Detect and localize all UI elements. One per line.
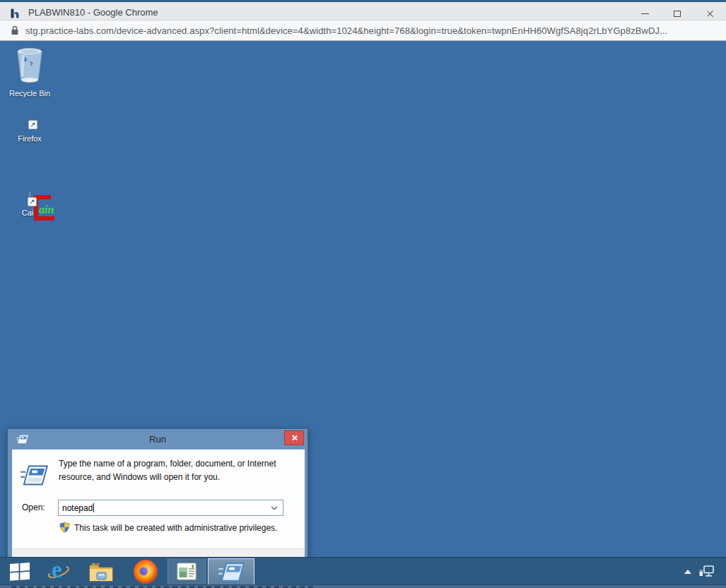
remote-desktop: Recycle Bin ↗ Firefox ain ↗ Cain [0, 41, 726, 557]
internet-explorer-icon: e [47, 560, 71, 584]
start-icon [9, 561, 30, 582]
chevron-down-icon[interactable] [271, 506, 278, 510]
admin-privileges-notice: This task will be created with administr… [74, 523, 277, 533]
show-hidden-icons-button[interactable] [680, 558, 696, 585]
open-input[interactable]: notepad [58, 500, 283, 516]
maximize-icon [674, 11, 681, 17]
desktop-icon-cain[interactable]: ain ↗ Cain [1, 193, 59, 217]
run-icon [218, 562, 245, 582]
open-input-value: notepad [62, 503, 93, 513]
desktop-icon-label: Recycle Bin [1, 89, 59, 98]
taskbar: e [0, 557, 726, 584]
run-icon [20, 464, 48, 486]
close-icon [706, 10, 714, 18]
taskbar-item-file-explorer[interactable] [86, 558, 116, 585]
address-bar[interactable]: stg.practice-labs.com/device-advanced.as… [0, 20, 726, 41]
desktop-icon-firefox[interactable]: ↗ Firefox [1, 119, 59, 143]
practice-labs-favicon-icon [9, 8, 21, 19]
app-window-icon [176, 562, 197, 582]
network-icon [698, 565, 715, 579]
shortcut-arrow-icon: ↗ [28, 197, 37, 206]
firefox-icon [134, 560, 158, 584]
page-cutoff-strip [0, 584, 726, 588]
svg-text:ain: ain [39, 204, 54, 216]
window-title: PLABWIN810 - Google Chrome [28, 7, 158, 18]
lock-icon [11, 25, 19, 35]
minimize-icon [641, 13, 649, 14]
chrome-titlebar[interactable]: PLABWIN810 - Google Chrome [0, 2, 726, 20]
taskbar-item-running-app[interactable] [168, 558, 206, 585]
close-icon [291, 435, 298, 441]
network-status-button[interactable] [697, 558, 717, 585]
recycle-bin-icon [13, 45, 47, 83]
desktop-icon-recycle-bin[interactable]: Recycle Bin [1, 45, 59, 98]
chevron-up-icon [684, 570, 691, 574]
taskbar-item-firefox[interactable] [130, 558, 161, 585]
run-dialog-titlebar[interactable]: Run [8, 429, 308, 449]
taskbar-item-internet-explorer[interactable]: e [44, 558, 74, 585]
uac-shield-icon [59, 522, 70, 533]
open-label: Open: [22, 502, 45, 512]
run-dialog-description: Type the name of a program, folder, docu… [59, 457, 296, 484]
file-explorer-icon [88, 561, 114, 582]
run-dialog-title: Run [8, 434, 308, 445]
taskbar-item-run-dialog[interactable] [208, 558, 254, 585]
text-caret [93, 503, 94, 512]
url-text: stg.practice-labs.com/device-advanced.as… [25, 25, 667, 36]
desktop-icon-label: Firefox [1, 134, 59, 143]
run-dialog-close-button[interactable] [284, 430, 304, 445]
start-button[interactable] [0, 558, 40, 585]
shortcut-arrow-icon: ↗ [28, 120, 37, 129]
